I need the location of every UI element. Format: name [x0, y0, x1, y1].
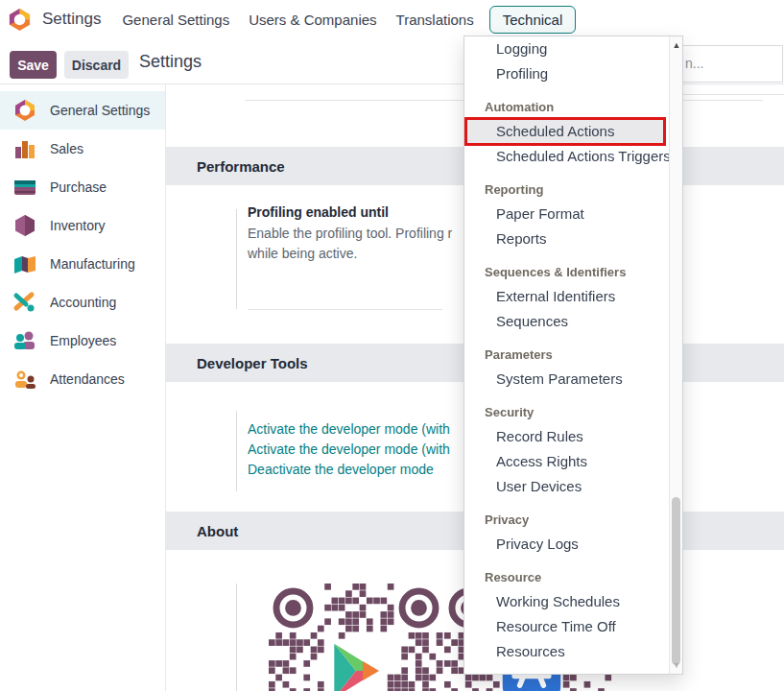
section-title: About — [197, 523, 238, 539]
dropdown-item-access-rights[interactable]: Access Rights — [464, 449, 669, 474]
sidebar-item-label: Manufacturing — [50, 256, 135, 272]
setting-left-border — [236, 584, 237, 691]
sidebar-item-manufacturing[interactable]: Manufacturing — [0, 245, 165, 283]
nav-menu-technical[interactable]: Technical — [489, 6, 577, 34]
accounting-icon — [12, 290, 37, 315]
sidebar-item-label: Inventory — [50, 218, 106, 233]
nav-menu-users-companies[interactable]: Users & Companies — [249, 12, 376, 28]
purchase-icon — [12, 175, 37, 200]
dropdown-section-automation: Automation — [464, 96, 669, 119]
scrollbar-thumb[interactable] — [672, 497, 680, 665]
dropdown-item-sequences[interactable]: Sequences — [464, 309, 669, 334]
dropdown-item-logging[interactable]: Logging — [464, 36, 669, 61]
dropdown-item-resource-time-off[interactable]: Resource Time Off — [464, 614, 669, 639]
discard-button[interactable]: Discard — [64, 51, 129, 79]
dropdown-item-external-identifiers[interactable]: External Identifiers — [464, 284, 669, 309]
dropdown-section-privacy: Privacy — [464, 509, 669, 532]
profiling-setting-label: Profiling enabled until — [248, 204, 389, 220]
sidebar-item-label: Attendances — [50, 371, 125, 387]
dropdown-item-privacy-logs[interactable]: Privacy Logs — [464, 532, 669, 557]
dropdown-item-paper-format[interactable]: Paper Format — [464, 202, 669, 226]
sidebar-item-attendances[interactable]: Attendances — [0, 360, 165, 398]
breadcrumb: Settings — [139, 52, 202, 72]
attendances-icon — [12, 367, 37, 392]
dropdown-item-scheduled-actions-triggers[interactable]: Scheduled Actions Triggers — [464, 144, 669, 169]
odoo-settings-logo-icon — [8, 8, 32, 32]
dropdown-section-reporting: Reporting — [464, 179, 669, 202]
dropdown-item-reports[interactable]: Reports — [464, 226, 669, 251]
employees-icon — [12, 328, 37, 353]
dropdown-section-parameters: Parameters — [464, 344, 669, 367]
dropdown-item-user-devices[interactable]: User Devices — [464, 474, 669, 499]
dropdown-item-working-schedules[interactable]: Working Schedules — [464, 589, 669, 614]
activate-dev-mode-tests-link[interactable]: Activate the developer mode (with — [248, 440, 450, 460]
dropdown-item-record-rules[interactable]: Record Rules — [464, 424, 669, 449]
top-navbar: Settings General SettingsUsers & Compani… — [0, 0, 784, 38]
sidebar-item-label: Accounting — [50, 295, 116, 310]
divider — [248, 309, 442, 310]
sidebar-item-general-settings[interactable]: General Settings — [0, 91, 165, 130]
scroll-up-icon[interactable]: ▲ — [670, 39, 683, 51]
dropdown-scrollbar[interactable]: ▲ ▼ — [669, 36, 682, 674]
sidebar-item-label: Employees — [50, 333, 116, 348]
inventory-icon — [12, 213, 37, 238]
search-placeholder-fragment: n... — [685, 56, 703, 71]
scroll-down-icon[interactable]: ▼ — [670, 659, 683, 671]
dropdown-section-sequences-identifiers: Sequences & Identifiers — [464, 261, 669, 284]
nav-menu-translations[interactable]: Translations — [396, 12, 474, 28]
activate-dev-mode-assets-link[interactable]: Activate the developer mode (with — [248, 419, 450, 440]
dropdown-section-security: Security — [464, 401, 669, 424]
sidebar-item-label: Purchase — [50, 179, 107, 195]
section-title: Performance — [197, 158, 285, 175]
nav-menu-general-settings[interactable]: General Settings — [122, 12, 229, 28]
sidebar-item-employees[interactable]: Employees — [0, 322, 165, 360]
qr-code-google-play — [269, 584, 443, 691]
google-play-icon — [323, 638, 389, 691]
dropdown-item-system-parameters[interactable]: System Parameters — [464, 367, 669, 392]
profiling-help-line2: while being active. — [248, 244, 357, 264]
app-name: Settings — [42, 10, 101, 29]
sidebar-item-purchase[interactable]: Purchase — [0, 168, 165, 206]
profiling-help-line1: Enable the profiling tool. Profiling r — [248, 224, 452, 244]
dropdown-item-profiling[interactable]: Profiling — [464, 61, 669, 86]
dropdown-item-scheduled-actions[interactable]: Scheduled Actions — [464, 117, 666, 146]
sidebar-item-sales[interactable]: Sales — [0, 130, 165, 168]
settings-sidebar: General SettingsSalesPurchaseInventoryMa… — [0, 84, 166, 691]
sidebar-item-label: Sales — [50, 141, 83, 156]
deactivate-dev-mode-link[interactable]: Deactivate the developer mode — [248, 460, 434, 480]
general-settings-icon — [12, 98, 37, 123]
setting-left-border — [236, 209, 237, 309]
sales-icon — [12, 136, 37, 161]
setting-left-border — [236, 411, 237, 491]
dropdown-section-resource: Resource — [464, 566, 669, 589]
sidebar-item-inventory[interactable]: Inventory — [0, 206, 165, 245]
divider — [683, 94, 784, 95]
dropdown-item-resources[interactable]: Resources — [464, 639, 669, 664]
section-title: Developer Tools — [197, 355, 308, 371]
sidebar-item-accounting[interactable]: Accounting — [0, 283, 165, 322]
technical-dropdown-menu: LoggingProfilingAutomationScheduled Acti… — [463, 36, 683, 675]
sidebar-item-label: General Settings — [50, 103, 150, 118]
save-button[interactable]: Save — [10, 51, 57, 79]
manufacturing-icon — [12, 251, 37, 276]
